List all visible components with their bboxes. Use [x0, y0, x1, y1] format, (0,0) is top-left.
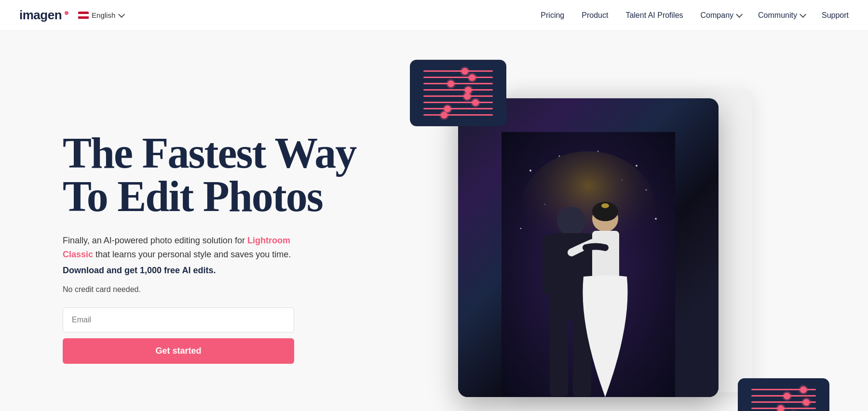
chevron-down-icon [736, 11, 743, 17]
nav-company[interactable]: Company [701, 11, 741, 20]
slider-track[interactable] [751, 395, 816, 397]
flag-icon [78, 12, 89, 19]
slider-track[interactable] [423, 77, 493, 78]
logo[interactable]: imagen [19, 8, 68, 23]
nav-support[interactable]: Support [822, 11, 849, 20]
slider-track[interactable] [423, 95, 493, 97]
slider-row [751, 408, 816, 409]
svg-rect-13 [542, 236, 557, 293]
language-label: English [92, 11, 115, 19]
hero-bold-text: Download and get 1,000 free AI edits. [63, 265, 356, 276]
slider-row [423, 89, 493, 91]
slider-thumb [465, 87, 472, 93]
slider-track[interactable] [751, 401, 816, 403]
svg-point-2 [529, 170, 531, 172]
hero-title: The Fastest Way To Edit Photos [63, 132, 356, 218]
nav-left: imagen English [19, 8, 123, 23]
svg-point-3 [559, 156, 560, 157]
nav-talent-ai[interactable]: Talent AI Profiles [625, 11, 683, 20]
slider-track[interactable] [423, 114, 493, 116]
svg-rect-20 [592, 231, 619, 279]
language-selector[interactable]: English [78, 11, 123, 19]
logo-dot [65, 11, 68, 15]
chevron-down-icon [800, 11, 806, 17]
hero-visual [395, 60, 829, 411]
slider-thumb [441, 112, 448, 119]
hero-subtitle: Finally, an AI-powered photo editing sol… [63, 234, 313, 262]
slider-thumb [800, 386, 807, 393]
slider-thumb [461, 68, 468, 75]
slider-track[interactable] [423, 83, 493, 84]
slider-thumb [803, 399, 810, 406]
slider-track[interactable] [423, 102, 493, 103]
nav-pricing[interactable]: Pricing [541, 11, 564, 20]
svg-point-11 [557, 207, 586, 236]
slider-track[interactable] [423, 108, 493, 109]
slider-row [751, 401, 816, 403]
brand-name: imagen [19, 8, 62, 23]
photo-card [458, 98, 719, 397]
slider-row [423, 70, 493, 72]
slider-thumb [464, 93, 471, 100]
slider-row [423, 114, 493, 116]
slider-card-top [410, 60, 506, 126]
svg-rect-15 [550, 319, 568, 396]
slider-track[interactable] [423, 70, 493, 72]
slider-row [423, 108, 493, 109]
slider-row [751, 389, 816, 390]
slider-thumb [777, 405, 784, 411]
hero-content: The Fastest Way To Edit Photos Finally, … [63, 132, 356, 364]
svg-point-19 [601, 203, 609, 208]
no-cc-text: No credit card needed. [63, 285, 356, 294]
svg-point-5 [646, 189, 647, 191]
slider-thumb [784, 393, 790, 399]
slider-row [423, 95, 493, 97]
photo-placeholder [458, 98, 719, 397]
svg-point-4 [636, 165, 637, 167]
svg-point-6 [520, 228, 522, 229]
slider-thumb [444, 106, 451, 112]
couple-silhouette [502, 132, 675, 397]
slider-row [423, 83, 493, 84]
chevron-down-icon [118, 11, 125, 17]
slider-track[interactable] [751, 389, 816, 390]
signup-form: Get started [63, 307, 294, 364]
slider-thumb [448, 80, 454, 87]
slider-track[interactable] [751, 408, 816, 409]
svg-point-10 [622, 180, 623, 181]
svg-point-8 [597, 151, 599, 152]
nav-right: Pricing Product Talent AI Profiles Compa… [541, 11, 849, 20]
navbar: imagen English Pricing Product Talent AI… [0, 0, 868, 31]
slider-row [423, 102, 493, 103]
slider-thumb [472, 99, 479, 106]
get-started-button[interactable]: Get started [63, 338, 294, 364]
slider-thumb [469, 74, 475, 81]
email-input[interactable] [63, 307, 294, 332]
slider-row [751, 395, 816, 397]
slider-row [423, 77, 493, 78]
nav-community[interactable]: Community [758, 11, 804, 20]
svg-point-9 [544, 204, 545, 205]
slider-card-bottom [738, 378, 829, 411]
nav-product[interactable]: Product [582, 11, 608, 20]
slider-track[interactable] [423, 89, 493, 91]
hero-section: The Fastest Way To Edit Photos Finally, … [0, 31, 868, 411]
svg-point-7 [655, 218, 657, 220]
